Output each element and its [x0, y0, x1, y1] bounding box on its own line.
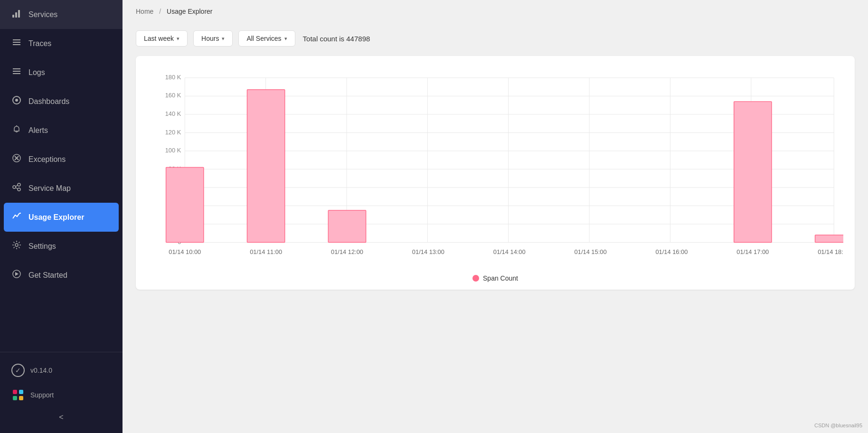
- legend-label: Span Count: [483, 274, 518, 282]
- chevron-down-icon: ▾: [222, 36, 225, 42]
- xlabel6: 01/14 16:00: [655, 248, 688, 255]
- sidebar-version: ✓ v0.14.0: [0, 358, 123, 383]
- xlabel8: 01/14 18:00: [818, 248, 843, 255]
- svg-point-19: [15, 244, 18, 246]
- sidebar-item-label: Exceptions: [28, 155, 66, 164]
- sidebar-item-dashboards[interactable]: Dashboards: [0, 87, 123, 116]
- xlabel5: 01/14 15:00: [575, 248, 607, 255]
- breadcrumb: Home / Usage Explorer: [136, 8, 855, 15]
- sidebar-item-label: Alerts: [28, 126, 48, 135]
- svg-point-10: [15, 99, 18, 102]
- svg-rect-2: [18, 10, 20, 18]
- version-label: v0.14.0: [30, 367, 52, 374]
- legend-dot: [472, 275, 479, 282]
- xlabel2: 01/14 12:00: [331, 248, 363, 255]
- bar-2: [328, 210, 366, 242]
- sidebar-item-settings[interactable]: Settings: [0, 232, 123, 261]
- xlabel3: 01/14 13:00: [412, 248, 444, 255]
- page-content: Last week ▾ Hours ▾ All Services ▾ Total…: [123, 23, 868, 433]
- svg-rect-0: [12, 15, 14, 18]
- sidebar-item-alerts[interactable]: Alerts: [0, 116, 123, 145]
- svg-text:160 K: 160 K: [165, 92, 181, 99]
- svg-text:100 K: 100 K: [165, 147, 181, 154]
- sidebar-item-get-started[interactable]: Get Started: [0, 261, 123, 290]
- xlabel1: 01/14 11:00: [250, 248, 282, 255]
- bar-8: [815, 235, 843, 242]
- sidebar: Services Traces Logs Da: [0, 0, 123, 433]
- sidebar-item-label: Service Map: [28, 184, 71, 193]
- sidebar-support[interactable]: Support: [0, 383, 123, 407]
- page-header: Home / Usage Explorer: [123, 0, 868, 23]
- breadcrumb-separator: /: [159, 8, 161, 15]
- svg-rect-24: [19, 396, 23, 400]
- svg-rect-23: [13, 396, 17, 400]
- svg-point-16: [18, 188, 20, 191]
- chevron-down-icon: ▾: [284, 36, 287, 42]
- service-map-icon: [11, 182, 22, 194]
- version-check-icon: ✓: [11, 364, 25, 377]
- total-count: Total count is 447898: [303, 35, 370, 43]
- breadcrumb-current: Usage Explorer: [167, 8, 213, 15]
- sidebar-item-label: Get Started: [28, 271, 67, 280]
- sidebar-item-label: Dashboards: [28, 97, 69, 106]
- support-label: Support: [30, 391, 54, 399]
- sidebar-item-label: Logs: [28, 68, 45, 77]
- xlabel0: 01/14 10:00: [169, 248, 201, 255]
- svg-point-14: [13, 186, 16, 188]
- xlabel4: 01/14 14:00: [493, 248, 526, 255]
- exceptions-icon: [11, 153, 22, 165]
- chart-legend: Span Count: [147, 274, 843, 282]
- services-filter[interactable]: All Services ▾: [238, 30, 295, 47]
- watermark: CSDN @bluesnail95: [814, 423, 862, 428]
- collapse-icon: <: [59, 413, 63, 422]
- svg-rect-22: [19, 390, 23, 394]
- breadcrumb-home[interactable]: Home: [136, 8, 153, 15]
- time-range-label: Last week: [144, 35, 174, 42]
- sidebar-bottom: ✓ v0.14.0 Support <: [0, 352, 123, 433]
- sidebar-item-label: Settings: [28, 242, 56, 251]
- chevron-down-icon: ▾: [177, 36, 179, 42]
- logs-icon: [11, 66, 22, 78]
- dashboards-icon: [11, 95, 22, 107]
- bar-0: [166, 168, 204, 243]
- sidebar-collapse-button[interactable]: <: [0, 407, 123, 427]
- sidebar-item-label: Usage Explorer: [28, 213, 84, 222]
- sidebar-item-traces[interactable]: Traces: [0, 29, 123, 58]
- main-content: Home / Usage Explorer Last week ▾ Hours …: [123, 0, 868, 433]
- granularity-label: Hours: [201, 35, 219, 42]
- sidebar-item-exceptions[interactable]: Exceptions: [0, 145, 123, 174]
- bar-1: [247, 90, 284, 243]
- chart-svg-wrapper: 0 20 K 40 K 60 K 80 K 100 K 120 K 140 K …: [147, 67, 843, 269]
- svg-text:120 K: 120 K: [165, 129, 181, 136]
- sidebar-item-logs[interactable]: Logs: [0, 58, 123, 87]
- slack-icon: [11, 388, 25, 402]
- svg-text:180 K: 180 K: [165, 74, 181, 81]
- bar-7: [734, 102, 772, 243]
- chart-container: 0 20 K 40 K 60 K 80 K 100 K 120 K 140 K …: [136, 56, 855, 290]
- sidebar-item-usage-explorer[interactable]: Usage Explorer: [4, 203, 119, 232]
- services-label: All Services: [246, 35, 281, 42]
- get-started-icon: [11, 269, 22, 281]
- sidebar-item-label: Services: [28, 10, 57, 19]
- settings-icon: [11, 240, 22, 252]
- sidebar-item-service-map[interactable]: Service Map: [0, 174, 123, 203]
- sidebar-item-services[interactable]: Services: [0, 0, 123, 29]
- granularity-filter[interactable]: Hours ▾: [193, 30, 233, 47]
- svg-rect-21: [13, 390, 17, 394]
- xlabel7: 01/14 17:00: [736, 248, 769, 255]
- svg-text:140 K: 140 K: [165, 110, 181, 117]
- svg-line-17: [16, 185, 18, 187]
- services-icon: [11, 9, 22, 20]
- time-range-filter[interactable]: Last week ▾: [136, 30, 188, 47]
- traces-icon: [11, 38, 22, 49]
- sidebar-item-label: Traces: [28, 39, 51, 48]
- svg-rect-1: [15, 12, 17, 18]
- svg-point-15: [18, 183, 20, 186]
- svg-line-18: [16, 188, 18, 189]
- usage-explorer-icon: [11, 211, 22, 223]
- alerts-icon: [11, 124, 22, 136]
- filters-bar: Last week ▾ Hours ▾ All Services ▾ Total…: [136, 30, 855, 47]
